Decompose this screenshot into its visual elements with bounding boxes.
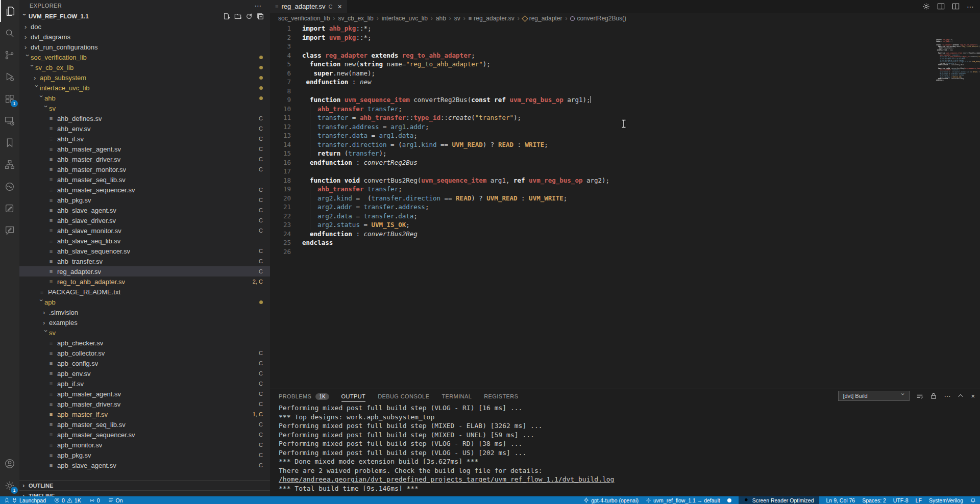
bookmarks-icon[interactable]	[0, 132, 19, 154]
cursor-position-status[interactable]: Ln 9, Col 76	[826, 497, 855, 503]
screen-reader-status[interactable]: Screen Reader Optimized	[739, 496, 819, 504]
account-icon[interactable]	[0, 452, 19, 474]
more-actions-icon[interactable]: ⋯	[944, 392, 950, 400]
more-actions-icon[interactable]: ⋯	[967, 3, 974, 11]
tree-item[interactable]: ›apb	[19, 297, 270, 307]
clear-output-icon[interactable]	[916, 392, 923, 399]
layout-icon[interactable]	[937, 3, 945, 10]
manage-gear-icon[interactable]	[922, 3, 930, 10]
tree-item[interactable]: ≡apb_env.svC	[19, 368, 270, 379]
tree-item[interactable]: ≡ahb_slave_driver.svC	[19, 215, 270, 225]
tree-item[interactable]: ≡ahb_slave_agent.svC	[19, 205, 270, 215]
launchpad-status[interactable]: Launchpad	[4, 497, 46, 503]
tree-item[interactable]: ≡apb_master_seq_lib.svC	[19, 419, 270, 430]
tree-item[interactable]: ›sv	[19, 103, 270, 113]
tree-item[interactable]: ›examples	[19, 317, 270, 327]
tree-item[interactable]: ≡apb_master_if.sv1, C	[19, 409, 270, 419]
new-folder-icon[interactable]	[234, 13, 241, 20]
output-log[interactable]: Performing mixed post full build step (V…	[279, 404, 970, 496]
coverage-icon[interactable]	[0, 175, 19, 197]
breadcrumb-item-method[interactable]: convertReg2Bus()	[570, 15, 626, 22]
tree-item[interactable]: ≡apb_if.svC	[19, 379, 270, 389]
tree-item[interactable]: ≡apb_master_driver.svC	[19, 399, 270, 409]
verification-hierarchy-icon[interactable]	[0, 154, 19, 175]
new-file-icon[interactable]	[223, 13, 230, 20]
problems-status[interactable]: 0 1K	[54, 497, 81, 503]
tree-item[interactable]: ›dvt_run_configurations	[19, 42, 270, 52]
ai-model-status[interactable]: gpt-4-turbo (openai)	[583, 497, 639, 503]
tree-item[interactable]: ≡ahb_env.svC	[19, 123, 270, 134]
maximize-panel-icon[interactable]	[957, 392, 964, 399]
tree-item[interactable]: ≡ahb_defines.svC	[19, 113, 270, 123]
output-channel-select[interactable]: [dvt] Build ›	[838, 391, 910, 401]
timeline-section[interactable]: › TIMELINE	[19, 490, 270, 496]
breadcrumb-item-file[interactable]: ≡reg_adapter.sv	[469, 15, 514, 22]
tree-item[interactable]: ≡ahb_master_driver.svC	[19, 154, 270, 164]
source-control-icon[interactable]	[0, 44, 19, 66]
tree-item[interactable]: ≡apb_checker.sv	[19, 338, 270, 348]
tree-item[interactable]: ≡ahb_master_sequencer.svC	[19, 185, 270, 195]
explorer-more-actions-icon[interactable]: ⋯	[255, 2, 262, 10]
tree-item[interactable]: ≡ahb_pkg.svC	[19, 195, 270, 205]
tree-item[interactable]: ›sv_cb_ex_lib	[19, 62, 270, 72]
edit-note-icon[interactable]	[0, 197, 19, 219]
tree-item[interactable]: ›apb_subsystem	[19, 72, 270, 83]
tree-item[interactable]: ≡ahb_master_seq_lib.sv	[19, 174, 270, 185]
tree-item[interactable]: ≡ahb_slave_monitor.svC	[19, 225, 270, 236]
tab-reg-adapter[interactable]: ≡ reg_adapter.sv C ×	[270, 0, 347, 13]
tree-item[interactable]: ≡PACKAGE_README.txt	[19, 287, 270, 297]
refresh-icon[interactable]	[246, 13, 253, 20]
tree-item[interactable]: ≡apb_monitor.svC	[19, 440, 270, 450]
tree-item[interactable]: ›dvt_diagrams	[19, 32, 270, 42]
tree-item[interactable]: ≡apb_pkg.svC	[19, 450, 270, 460]
tree-item[interactable]: ≡apb_master_agent.svC	[19, 389, 270, 399]
tab-debug-console[interactable]: DEBUG CONSOLE	[378, 389, 429, 404]
split-editor-icon[interactable]	[952, 3, 960, 10]
tree-item[interactable]: ›ahb	[19, 93, 270, 103]
breadcrumb-item[interactable]: sv	[454, 15, 460, 22]
close-icon[interactable]: ×	[337, 3, 341, 11]
feedback-status[interactable]: 0	[89, 497, 100, 503]
tree-item[interactable]: ≡reg_to_ahb_adapter.sv2, C	[19, 276, 270, 287]
lock-icon[interactable]	[930, 392, 937, 399]
search-icon[interactable]	[0, 22, 19, 44]
tree-item[interactable]: ›doc	[19, 21, 270, 32]
run-debug-icon[interactable]	[0, 66, 19, 88]
tree-item[interactable]: ≡apb_config.svC	[19, 358, 270, 368]
code-editor[interactable]: 1import ahb_pkg::*;2import uvm_pkg::*;34…	[270, 24, 980, 389]
settings-gear-icon[interactable]: 1	[0, 474, 19, 496]
tree-item[interactable]: ≡ahb_slave_seq_lib.sv	[19, 236, 270, 246]
close-panel-icon[interactable]: ×	[971, 392, 975, 400]
language-mode-status[interactable]: SystemVerilog	[929, 497, 963, 503]
tab-output[interactable]: OUTPUT	[341, 389, 366, 404]
tree-item[interactable]: ≡ahb_master_agent.svC	[19, 144, 270, 154]
extensions-icon[interactable]: 1	[0, 88, 19, 110]
tree-item[interactable]: ›soc_verification_lib	[19, 52, 270, 62]
tab-terminal[interactable]: TERMINAL	[442, 389, 472, 404]
tree-item[interactable]: ≡apb_slave_agent.svC	[19, 460, 270, 470]
tab-problems[interactable]: PROBLEMS1K	[279, 389, 329, 404]
tree-item[interactable]: ≡ahb_transfer.svC	[19, 256, 270, 266]
tree-item[interactable]: ›interface_uvc_lib	[19, 83, 270, 93]
tree-item[interactable]: ›sv	[19, 327, 270, 338]
eol-status[interactable]: LF	[916, 497, 922, 503]
tree-item[interactable]: ≡apb_collector.svC	[19, 348, 270, 358]
outline-section[interactable]: › OUTLINE	[19, 480, 270, 490]
encoding-status[interactable]: UTF-8	[893, 497, 909, 503]
explorer-icon[interactable]	[0, 0, 19, 22]
notifications-bell[interactable]	[970, 497, 976, 503]
tree-item[interactable]: ›.simvision	[19, 307, 270, 317]
remote-explorer-icon[interactable]	[0, 110, 19, 132]
tree-item[interactable]: ≡ahb_slave_sequencer.svC	[19, 246, 270, 256]
workspace-root[interactable]: › UVM_REF_FLOW_1.1	[19, 11, 270, 21]
dvt-build-config-status[interactable]: uvm_ref_flow_1.1 → default	[646, 497, 720, 503]
breadcrumb-item[interactable]: soc_verification_lib	[278, 15, 330, 22]
tree-item[interactable]: ≡ahb_if.svC	[19, 134, 270, 144]
tree-item[interactable]: ≡ahb_master_monitor.svC	[19, 164, 270, 174]
tab-registers[interactable]: REGISTERS	[484, 389, 518, 404]
breadcrumb-item-class[interactable]: reg_adapter	[523, 15, 562, 22]
collapse-all-icon[interactable]	[257, 13, 264, 20]
indentation-status[interactable]: Spaces: 2	[862, 497, 886, 503]
tree-item[interactable]: ≡apb_master_sequencer.svC	[19, 430, 270, 440]
tree-item[interactable]: ≡reg_adapter.svC	[19, 266, 270, 276]
